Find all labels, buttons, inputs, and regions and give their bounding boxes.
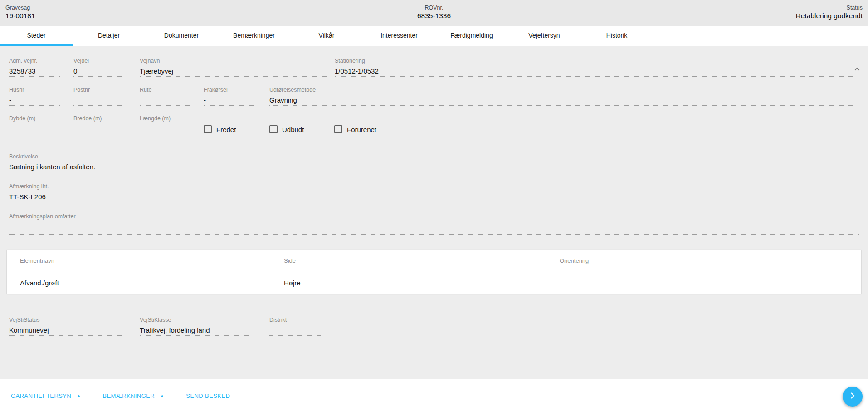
tab-faerdigmelding[interactable]: Færdigmelding — [435, 26, 508, 46]
laengde-value[interactable] — [140, 125, 190, 134]
status-block: Status Retablering godkendt — [577, 5, 863, 21]
checkbox-unchecked-icon[interactable] — [269, 125, 278, 133]
husnr-field[interactable]: Husnr - — [9, 87, 60, 106]
rute-value[interactable] — [140, 96, 190, 106]
rute-field[interactable]: Rute — [140, 87, 190, 106]
afmaerkningsplan-field[interactable]: Afmærkningsplan omfatter — [9, 213, 859, 235]
elements-table: Elementnavn Side Orientering Afvand./grø… — [7, 250, 861, 294]
checkbox-unchecked-icon[interactable] — [204, 125, 212, 133]
postnr-field[interactable]: Postnr — [73, 87, 124, 106]
stationering-value[interactable]: 1/0512-1/0532 — [335, 67, 853, 77]
tab-historik[interactable]: Historik — [580, 26, 653, 46]
beskrivelse-label: Beskrivelse — [9, 153, 859, 160]
husnr-value[interactable]: - — [9, 96, 60, 106]
cell-elementnavn: Afvand./grøft — [7, 279, 284, 287]
bredde-value[interactable] — [73, 125, 124, 134]
tab-interessenter[interactable]: Interessenter — [363, 26, 435, 46]
frakorsel-label: Frakørsel — [204, 87, 254, 93]
distrikt-label: Distrikt — [269, 317, 321, 323]
rov-number-block: ROVnr. 6835-1336 — [291, 5, 577, 21]
column-header-elementnavn: Elementnavn — [7, 257, 284, 264]
status-badge: Retablering godkendt — [577, 11, 863, 21]
send-besked-label: SEND BESKED — [186, 392, 230, 399]
checkbox-unchecked-icon[interactable] — [334, 125, 342, 133]
laengde-label: Længde (m) — [140, 115, 190, 122]
caret-up-icon: ▲ — [160, 394, 164, 398]
postnr-value[interactable] — [73, 96, 124, 106]
udforelsesmetode-value[interactable]: Gravning — [269, 96, 853, 106]
beskrivelse-value[interactable]: Sætning i kanten af asfalten. — [9, 163, 859, 172]
column-header-orientering: Orientering — [560, 257, 861, 264]
distrikt-value[interactable] — [269, 326, 321, 336]
distrikt-field[interactable]: Distrikt — [269, 317, 321, 336]
forurenet-checkbox[interactable]: Forurenet — [334, 125, 376, 133]
case-label: Gravesag — [5, 5, 291, 11]
postnr-label: Postnr — [73, 87, 124, 93]
vejnavn-field[interactable]: Vejnavn Tjærebyvej — [140, 58, 332, 77]
vejdel-field[interactable]: Vejdel 0 — [73, 58, 124, 77]
afmaerkning-field[interactable]: Afmærkning iht. TT-SK-L206 — [9, 183, 859, 202]
beskrivelse-field[interactable]: Beskrivelse Sætning i kanten af asfalten… — [9, 153, 859, 172]
adm-vejnr-label: Adm. vejnr. — [9, 58, 60, 64]
afmaerkning-value[interactable]: TT-SK-L206 — [9, 193, 859, 202]
afmaerkningsplan-value[interactable] — [9, 223, 859, 235]
stationering-field[interactable]: Stationering 1/0512-1/0532 — [335, 58, 853, 77]
fredet-checkbox-label: Fredet — [216, 126, 236, 133]
chevron-right-icon — [848, 392, 857, 402]
husnr-label: Husnr — [9, 87, 60, 93]
dybde-value[interactable] — [9, 125, 60, 134]
tab-bar: Steder Detaljer Dokumenter Bemærkninger … — [0, 26, 868, 46]
stationering-label: Stationering — [335, 58, 853, 64]
udforelsesmetode-label: Udførelsesmetode — [269, 87, 853, 93]
vejstistatus-field[interactable]: VejStiStatus Kommunevej — [9, 317, 123, 336]
dybde-label: Dybde (m) — [9, 115, 60, 122]
laengde-field[interactable]: Længde (m) — [140, 115, 190, 134]
vejdel-value[interactable]: 0 — [73, 67, 124, 77]
case-header: Gravesag 19-00181 ROVnr. 6835-1336 Statu… — [0, 0, 868, 26]
vejstistatus-value[interactable]: Kommunevej — [9, 326, 123, 336]
column-header-side: Side — [284, 257, 560, 264]
tab-bemaerkninger[interactable]: Bemærkninger — [218, 26, 290, 46]
tab-detaljer[interactable]: Detaljer — [73, 26, 145, 46]
status-label: Status — [577, 5, 863, 11]
caret-up-icon: ▲ — [77, 394, 81, 398]
case-number: 19-00181 — [5, 11, 291, 21]
tab-steder[interactable]: Steder — [0, 26, 73, 46]
vejnavn-label: Vejnavn — [140, 58, 332, 64]
vejstiklasse-value[interactable]: Trafikvej, fordeling land — [140, 326, 254, 336]
bredde-label: Bredde (m) — [73, 115, 124, 122]
adm-vejnr-field[interactable]: Adm. vejnr. 3258733 — [9, 58, 60, 77]
rov-number: 6835-1336 — [291, 11, 577, 21]
bredde-field[interactable]: Bredde (m) — [73, 115, 124, 134]
vejstistatus-label: VejStiStatus — [9, 317, 123, 323]
dybde-field[interactable]: Dybde (m) — [9, 115, 60, 134]
vejstiklasse-field[interactable]: VejStiKlasse Trafikvej, fordeling land — [140, 317, 254, 336]
cell-side: Højre — [284, 279, 560, 287]
elements-table-header: Elementnavn Side Orientering — [7, 250, 861, 272]
bemaerkninger-button[interactable]: BEMÆRKNINGER ▲ — [102, 392, 164, 399]
udforelsesmetode-field[interactable]: Udførelsesmetode Gravning — [269, 87, 853, 106]
afmaerkning-label: Afmærkning iht. — [9, 183, 859, 190]
garantieftersyn-button[interactable]: GARANTIEFTERSYN ▲ — [11, 392, 81, 399]
frakorsel-field[interactable]: Frakørsel - — [204, 87, 254, 106]
action-bar: GARANTIEFTERSYN ▲ BEMÆRKNINGER ▲ SEND BE… — [0, 379, 868, 412]
send-besked-button[interactable]: SEND BESKED — [186, 392, 230, 399]
adm-vejnr-value[interactable]: 3258733 — [9, 67, 60, 77]
vejstiklasse-label: VejStiKlasse — [140, 317, 254, 323]
next-fab-button[interactable] — [843, 387, 863, 407]
tab-dokumenter[interactable]: Dokumenter — [145, 26, 218, 46]
chevron-up-icon[interactable] — [853, 66, 861, 75]
frakorsel-value[interactable]: - — [204, 96, 254, 106]
fredet-checkbox[interactable]: Fredet — [204, 125, 236, 133]
udbudt-checkbox[interactable]: Udbudt — [269, 125, 304, 133]
udbudt-checkbox-label: Udbudt — [282, 126, 304, 133]
table-row[interactable]: Afvand./grøft Højre — [7, 272, 861, 293]
tab-vilkaar[interactable]: Vilkår — [290, 26, 363, 46]
rute-label: Rute — [140, 87, 190, 93]
tab-vejeftersyn[interactable]: Vejeftersyn — [508, 26, 580, 46]
vejnavn-value[interactable]: Tjærebyvej — [140, 67, 332, 77]
afmaerkningsplan-label: Afmærkningsplan omfatter — [9, 213, 859, 220]
vejdel-label: Vejdel — [73, 58, 124, 64]
case-number-block: Gravesag 19-00181 — [5, 5, 291, 21]
forurenet-checkbox-label: Forurenet — [347, 126, 376, 133]
